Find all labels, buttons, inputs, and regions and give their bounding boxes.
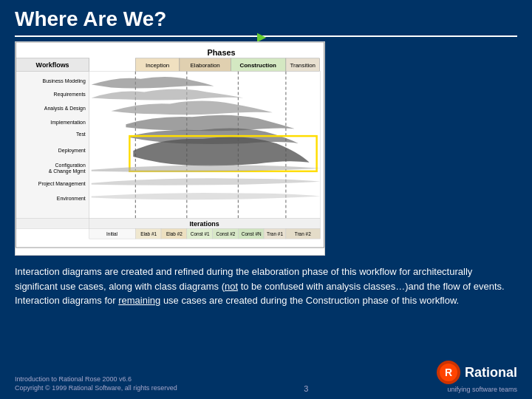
svg-text:Elab #1: Elab #1 — [140, 231, 157, 236]
svg-text:Const #2: Const #2 — [216, 231, 236, 236]
svg-text:Initial: Initial — [106, 231, 117, 236]
diagram-container: Phases Inception Elaboration Constructio… — [0, 37, 532, 259]
svg-text:Construction: Construction — [239, 62, 276, 69]
svg-text:Deployment: Deployment — [58, 148, 86, 154]
slide-container: Where Are We? Phases Inception Elaborati… — [0, 0, 532, 399]
svg-text:Phases: Phases — [207, 48, 235, 57]
footer-line1: Introduction to Rational Rose 2000 v6.6 — [15, 375, 177, 384]
body-section: Interaction diagrams are created and ref… — [0, 259, 532, 308]
svg-text:Transition: Transition — [290, 62, 316, 69]
svg-text:Requirements: Requirements — [54, 92, 86, 98]
rational-name: Rational — [465, 365, 517, 381]
diagram-wrapper: Phases Inception Elaboration Constructio… — [15, 41, 325, 256]
svg-text:R: R — [445, 366, 452, 378]
svg-text:Project Management: Project Management — [38, 181, 86, 187]
svg-rect-31 — [16, 218, 89, 228]
svg-text:Const #N: Const #N — [242, 231, 262, 236]
svg-text:Tran #2: Tran #2 — [295, 231, 311, 236]
rational-logo-icon: R — [435, 359, 462, 386]
footer-page: 3 — [304, 384, 308, 393]
underline-not: not — [225, 281, 238, 292]
rup-diagram: Phases Inception Elaboration Constructio… — [16, 42, 324, 255]
rational-logo-top: R Rational — [435, 359, 517, 386]
slide-title: Where Are We? — [15, 7, 166, 31]
svg-text:Business Modeling: Business Modeling — [43, 78, 86, 84]
underline-remaining: remaining — [118, 295, 160, 306]
svg-text:Elaboration: Elaboration — [191, 62, 220, 69]
svg-text:Test: Test — [76, 132, 86, 137]
footer-credits: Introduction to Rational Rose 2000 v6.6 … — [15, 375, 177, 393]
rational-logo: R Rational unifying software teams — [435, 359, 517, 393]
footer-line2: Copyright © 1999 Rational Software, all … — [15, 383, 177, 393]
footer: Introduction to Rational Rose 2000 v6.6 … — [15, 359, 517, 393]
title-divider — [15, 35, 517, 37]
svg-text:Elab #2: Elab #2 — [166, 231, 183, 236]
svg-text:Inception: Inception — [146, 62, 169, 69]
svg-text:Const #1: Const #1 — [191, 231, 210, 236]
body-paragraph: Interaction diagrams are created and ref… — [15, 265, 517, 308]
svg-text:Configuration: Configuration — [55, 163, 86, 168]
svg-text:Tran #1: Tran #1 — [267, 231, 283, 236]
rational-tagline: unifying software teams — [447, 386, 517, 393]
svg-text:Environment: Environment — [57, 196, 86, 201]
svg-text:& Change Mgmt: & Change Mgmt — [49, 168, 86, 174]
svg-text:Iterations: Iterations — [190, 220, 219, 228]
svg-text:Analysis & Design: Analysis & Design — [44, 106, 86, 112]
svg-text:Workflows: Workflows — [36, 61, 69, 69]
title-bar: Where Are We? — [0, 0, 532, 35]
svg-text:Implementation: Implementation — [50, 120, 86, 126]
